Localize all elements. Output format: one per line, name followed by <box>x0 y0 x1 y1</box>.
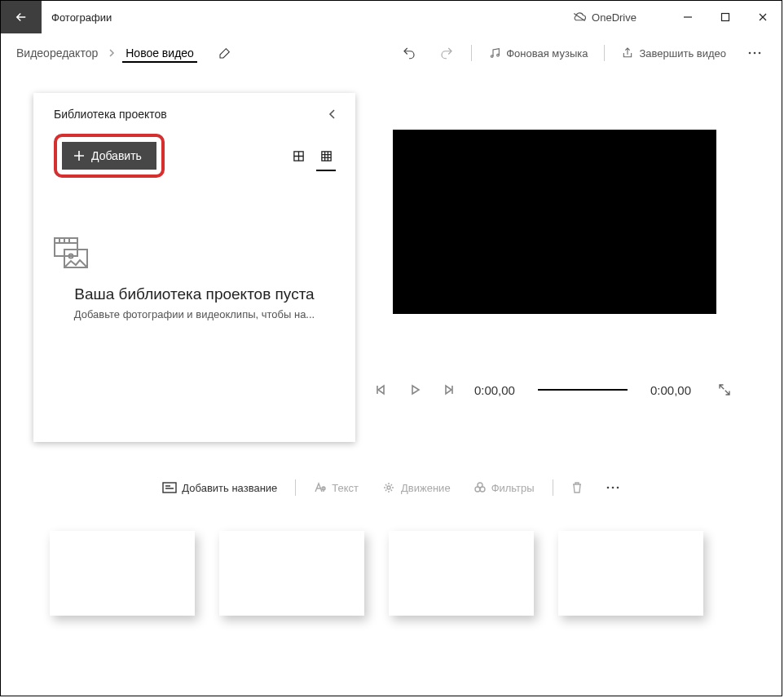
text-button: Текст <box>309 479 363 497</box>
svg-point-5 <box>759 52 761 55</box>
breadcrumb-item-project[interactable]: Новое видео <box>122 43 197 63</box>
player-current-time: 0:00,00 <box>474 383 515 397</box>
filters-icon <box>473 481 487 494</box>
view-small-icons-button[interactable] <box>315 144 337 167</box>
music-icon <box>488 46 501 60</box>
svg-point-17 <box>611 487 614 489</box>
prev-frame-button[interactable] <box>374 383 390 396</box>
svg-point-16 <box>606 487 609 489</box>
filters-button: Фильтры <box>469 478 540 497</box>
window-close-button[interactable] <box>744 1 782 33</box>
svg-rect-7 <box>321 151 330 160</box>
storyboard-slot[interactable] <box>558 531 703 616</box>
collapse-library-button[interactable] <box>328 108 337 121</box>
empty-library-icon <box>51 235 337 271</box>
more-button[interactable] <box>742 47 767 59</box>
next-frame-button[interactable] <box>441 383 456 396</box>
cloud-off-icon <box>572 11 587 23</box>
title-card-icon <box>162 482 177 493</box>
export-icon <box>621 46 634 60</box>
rename-button[interactable] <box>218 46 231 60</box>
motion-label: Движение <box>401 482 451 494</box>
player-controls: 0:00,00 0:00,00 <box>374 382 733 397</box>
separator <box>553 479 553 496</box>
undo-button[interactable] <box>396 42 422 64</box>
storyboard <box>1 506 782 669</box>
trash-icon <box>571 481 583 494</box>
library-title: Библиотека проектов <box>54 108 167 121</box>
player-progress-track[interactable] <box>538 389 628 391</box>
breadcrumb-item-editor[interactable]: Видеоредактор <box>13 43 101 63</box>
background-music-button[interactable]: Фоновая музыка <box>483 43 592 63</box>
storyboard-more-button[interactable] <box>601 482 625 493</box>
window-maximize-button[interactable] <box>707 1 744 33</box>
text-label: Текст <box>332 482 359 494</box>
add-title-card-button[interactable]: Добавить название <box>157 479 282 497</box>
svg-point-15 <box>480 487 485 492</box>
back-button[interactable] <box>1 1 42 33</box>
background-music-label: Фоновая музыка <box>506 47 588 60</box>
svg-rect-11 <box>163 483 176 493</box>
storyboard-slot[interactable] <box>50 531 195 616</box>
chevron-right-icon <box>108 48 116 58</box>
plus-icon <box>73 150 85 161</box>
onedrive-label: OneDrive <box>592 11 636 24</box>
finish-video-label: Завершить видео <box>639 47 726 60</box>
add-media-label: Добавить <box>91 149 142 162</box>
filters-label: Фильтры <box>491 482 535 494</box>
play-button[interactable] <box>407 383 423 396</box>
app-title: Фотографии <box>51 11 112 24</box>
separator <box>471 45 472 61</box>
svg-rect-8 <box>55 238 77 256</box>
video-preview <box>393 130 716 314</box>
svg-point-14 <box>475 487 480 492</box>
finish-video-button[interactable]: Завершить видео <box>616 43 731 63</box>
add-title-card-label: Добавить название <box>182 482 277 494</box>
empty-library-subtitle: Добавьте фотографии и видеоклипы, чтобы … <box>51 308 337 320</box>
window-minimize-button[interactable] <box>669 1 707 33</box>
svg-point-2 <box>497 54 500 56</box>
motion-button: Движение <box>377 479 456 497</box>
svg-point-4 <box>754 52 756 55</box>
motion-icon <box>381 482 396 493</box>
text-icon <box>314 482 327 493</box>
empty-library-title: Ваша библиотека проектов пуста <box>51 285 337 303</box>
svg-rect-0 <box>722 14 729 21</box>
svg-point-12 <box>387 486 390 489</box>
storyboard-slot[interactable] <box>219 531 364 616</box>
separator <box>295 479 296 496</box>
onedrive-button[interactable]: OneDrive <box>572 11 636 24</box>
svg-point-3 <box>749 52 751 55</box>
svg-point-1 <box>491 55 494 58</box>
project-library-panel: Библиотека проектов Добавить <box>33 93 355 442</box>
separator <box>604 45 605 61</box>
storyboard-slot[interactable] <box>389 531 534 616</box>
add-media-button[interactable]: Добавить <box>62 142 156 170</box>
player-total-time: 0:00,00 <box>650 383 691 397</box>
fullscreen-button[interactable] <box>717 382 733 397</box>
view-large-icons-button[interactable] <box>287 144 310 167</box>
delete-button <box>566 478 588 497</box>
svg-point-18 <box>616 487 619 489</box>
annotation-highlight: Добавить <box>54 134 165 178</box>
redo-button[interactable] <box>434 42 460 64</box>
